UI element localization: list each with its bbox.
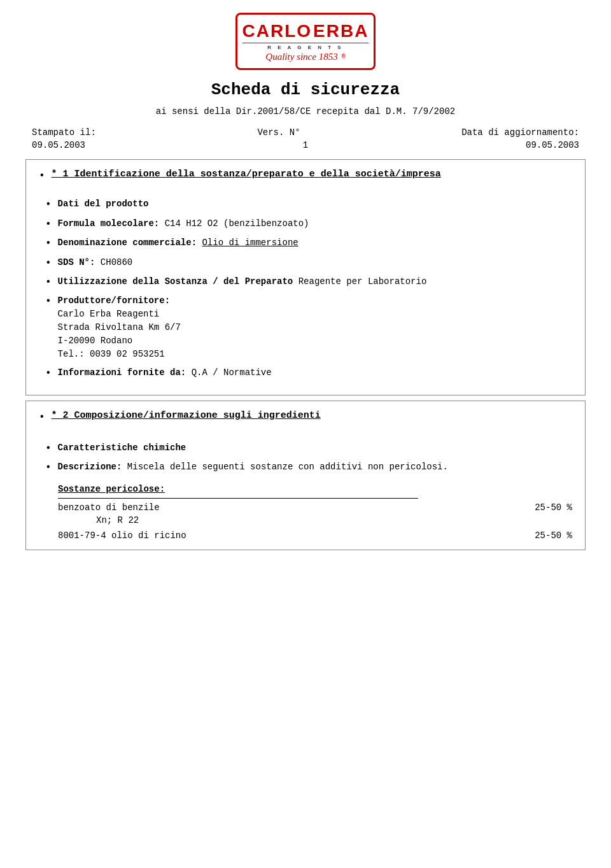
header-section: CARLO ERBA R E A G E N T S Quality since… [25, 13, 586, 121]
info-label: Informazioni fornite da: [58, 367, 186, 378]
logo-carlo: CARLO [242, 21, 313, 41]
logo-erba: ERBA [313, 21, 369, 41]
vers-label: Vers. N° [257, 127, 300, 138]
logo-container: CARLO ERBA R E A G E N T S Quality since… [235, 13, 376, 70]
logo-row: CARLO ERBA [242, 21, 369, 41]
item1-row: benzoato di benzile 25-50 % [58, 502, 572, 513]
dati-item: • Dati del prodotto [39, 197, 572, 211]
sostanze-block: Sostanze pericolose: benzoato di benzile… [39, 484, 572, 541]
info-bullet: • [45, 366, 52, 380]
uso-label: Utilizzazione della Sostanza / del Prepa… [58, 276, 293, 287]
uso-item: • Utilizzazione della Sostanza / del Pre… [39, 275, 572, 289]
info-item: • Informazioni fornite da: Q.A / Normati… [39, 366, 572, 380]
prod-city: I-20090 Rodano [58, 334, 572, 348]
formula-content: Formula molecolare: C14 H12 O2 (benzilbe… [58, 217, 572, 231]
subtitle-block: ai sensi della Dir.2001/58/CE recepita d… [156, 104, 455, 118]
prod-street: Strada Rivoltana Km 6/7 [58, 321, 572, 334]
logo-quality: Quality since 1853 [265, 52, 337, 62]
denom-bullet: • [45, 236, 52, 250]
logo-reagents: R E A G E N T S [267, 45, 343, 50]
char-bullet: • [45, 441, 52, 455]
desc-label: Descrizione: [58, 462, 122, 472]
section1-heading-row: • * 1 Identificazione della sostanza/pre… [39, 169, 572, 189]
sds-label: SDS N°: [58, 257, 95, 267]
prod-bullet: • [45, 294, 52, 308]
dati-bullet: • [45, 197, 52, 211]
sds-val: CH0860 [101, 257, 132, 267]
prod-item: • Produttore/fornitore: Carlo Erba Reage… [39, 294, 572, 361]
section2-heading-row: • * 2 Composizione/informazione sugli in… [39, 410, 572, 431]
formula-bullet: • [45, 217, 52, 231]
denom-content: Denominazione commerciale: Olio di immer… [58, 236, 572, 250]
uso-val: Reagente per Laboratorio [298, 276, 427, 287]
sostanze-separator [58, 498, 418, 499]
item1-name: benzoato di benzile [58, 502, 160, 513]
section1-bullet: • [39, 169, 45, 183]
dati-label: Dati del prodotto [58, 197, 572, 211]
logo-bottom-row: Quality since 1853 ® [265, 52, 345, 62]
info-content: Informazioni fornite da: Q.A / Normative [58, 366, 572, 380]
section2-box: • * 2 Composizione/informazione sugli in… [25, 401, 586, 550]
stamp-date: 09.05.2003 [32, 140, 85, 150]
info-val: Q.A / Normative [192, 367, 272, 378]
item1-sub-row: Xn; R 22 [58, 515, 572, 525]
subtitle-line1: ai sensi della Dir.2001/58/CE recepita d… [156, 106, 455, 117]
sds-bullet: • [45, 256, 52, 270]
prod-name: Carlo Erba Reagenti [58, 308, 572, 321]
section2-bullet: • [39, 410, 45, 424]
page-title: Scheda di sicurezza [211, 80, 400, 99]
desc-value: Miscela delle seguenti sostanze con addi… [127, 462, 448, 472]
logo-badge: ® [342, 53, 346, 60]
data-label: Data di aggiornamento: [461, 127, 579, 138]
denom-label: Denominazione commerciale: [58, 238, 197, 248]
item1-pct: 25-50 % [521, 502, 572, 513]
meta-bottom-line: 09.05.2003 1 09.05.2003 [25, 140, 586, 150]
meta-top-line: Stampato il: Vers. N° Data di aggiorname… [25, 127, 586, 138]
sostanze-header: Sostanze pericolose: [58, 484, 572, 494]
desc-item: • Descrizione: Miscela delle seguenti so… [39, 460, 572, 474]
prod-label: Produttore/fornitore: [58, 294, 572, 308]
char-label: Caratteristiche chimiche [58, 441, 572, 455]
logo-divider [242, 43, 369, 43]
data-value: 09.05.2003 [526, 140, 579, 150]
desc-bullet: • [45, 460, 52, 474]
prod-content: Produttore/fornitore: Carlo Erba Reagent… [58, 294, 572, 361]
vers-value: 1 [303, 140, 308, 150]
char-item: • Caratteristiche chimiche [39, 441, 572, 455]
uso-content: Utilizzazione della Sostanza / del Prepa… [58, 275, 572, 288]
sds-item: • SDS N°: CH0860 [39, 256, 572, 270]
denom-item: • Denominazione commerciale: Olio di imm… [39, 236, 572, 250]
formula-label: Formula molecolare: [58, 218, 160, 229]
sds-content: SDS N°: CH0860 [58, 256, 572, 269]
section1-heading: * 1 Identificazione della sostanza/prepa… [52, 169, 441, 180]
uso-bullet: • [45, 275, 52, 289]
section2-heading: * 2 Composizione/informazione sugli ingr… [52, 410, 321, 421]
item1-sub: Xn; R 22 [96, 515, 139, 525]
prod-tel: Tel.: 0039 02 953251 [58, 348, 572, 361]
section1-box: • * 1 Identificazione della sostanza/pre… [25, 159, 586, 395]
item2-name: 8001-79-4 olio di ricino [58, 530, 186, 541]
denom-value: Olio di immersione [202, 238, 298, 248]
stamp-label: Stampato il: [32, 127, 96, 138]
item2-pct: 25-50 % [535, 530, 572, 541]
formula-item: • Formula molecolare: C14 H12 O2 (benzil… [39, 217, 572, 231]
desc-content: Descrizione: Miscela delle seguenti sost… [58, 460, 572, 474]
formula-value: C14 H12 O2 (benzilbenzoato) [165, 218, 309, 229]
